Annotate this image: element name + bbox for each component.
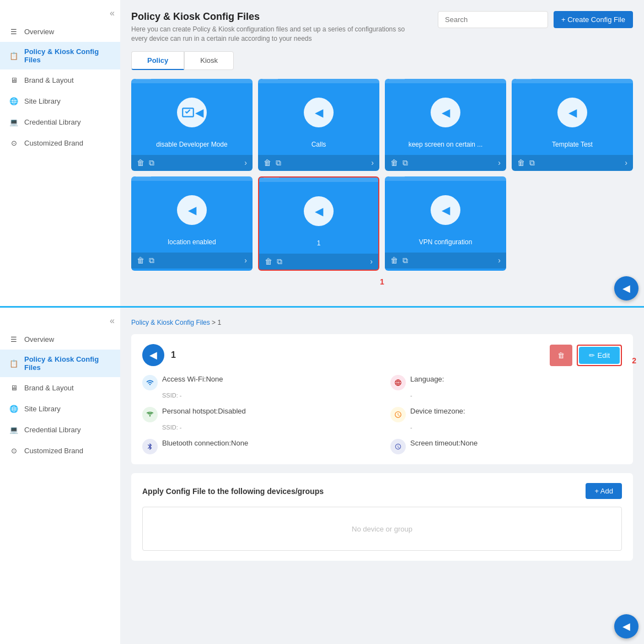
card-4-name: Template Test — [512, 138, 633, 155]
search-input[interactable] — [438, 11, 548, 28]
card-4-icon: ◀ — [557, 98, 587, 127]
card-1-icon: ◀ — [177, 98, 207, 127]
sidebar-item-credential-bottom[interactable]: 💻 Credential Library — [0, 419, 120, 440]
config-card-5[interactable]: ◀ location enabled 🗑 ⧉ › — [131, 176, 253, 271]
pagination: 1 — [131, 277, 633, 286]
sidebar-collapse-bottom[interactable]: « — [0, 313, 120, 329]
card-4-delete-icon[interactable]: 🗑 — [517, 158, 525, 167]
card-1-copy-icon[interactable]: ⧉ — [149, 158, 154, 168]
card-5-chevron-icon[interactable]: › — [244, 256, 247, 265]
sidebar-item-policy-bottom[interactable]: 📋 Policy & Kiosk Config Files — [0, 350, 120, 377]
sidebar-item-site-bottom[interactable]: 🌐 Site Library — [0, 398, 120, 419]
card-2-copy-icon[interactable]: ⧉ — [276, 158, 281, 168]
overview-icon: ☰ — [9, 26, 19, 36]
screen-text: Screen timeout:None — [410, 439, 477, 447]
detail-grid: Access Wi-Fi:None SSID: - Personal — [142, 375, 622, 454]
sidebar-item-overview-bottom[interactable]: ☰ Overview — [0, 329, 120, 350]
sidebar-item-overview-top[interactable]: ☰ Overview — [0, 21, 120, 42]
config-card-4[interactable]: ◀ Template Test 🗑 ⧉ › — [512, 79, 633, 171]
tab-kiosk[interactable]: Kiosk — [184, 51, 234, 70]
card-2-delete-icon[interactable]: 🗑 — [264, 158, 271, 167]
card-7-chevron-icon[interactable]: › — [498, 256, 501, 265]
tab-policy[interactable]: Policy — [131, 51, 184, 70]
detail-item-hotspot: Personal hotspot:Disabled SSID: - — [142, 407, 374, 431]
card-5-name: location enabled — [131, 236, 253, 253]
card-1-bottom: 🗑 ⧉ › — [131, 155, 253, 171]
wifi-sub: SSID: - — [162, 392, 374, 399]
card-4-copy-icon[interactable]: ⧉ — [529, 158, 535, 168]
sidebar-label-credential-top: Credential Library — [24, 118, 81, 126]
card-7-delete-icon[interactable]: 🗑 — [390, 256, 398, 265]
breadcrumb-parent[interactable]: Policy & Kiosk Config Files — [131, 319, 210, 326]
card-7-copy-icon[interactable]: ⧉ — [402, 256, 408, 265]
detail-col-right: Language: - Device timezone: — [390, 375, 622, 454]
card-6-delete-icon[interactable]: 🗑 — [265, 257, 272, 266]
card-5-copy-icon[interactable]: ⧉ — [149, 256, 154, 265]
customized-icon-bottom: ⊙ — [9, 446, 19, 455]
bottom-sidebar: « ☰ Overview 📋 Policy & Kiosk Config Fil… — [0, 308, 120, 644]
customized-icon-top: ⊙ — [9, 138, 19, 148]
config-card-6[interactable]: ◀ 1 🗑 ⧉ › — [258, 176, 379, 271]
fab-icon-top: ◀ — [622, 282, 630, 294]
card-2-chevron-icon[interactable]: › — [371, 158, 374, 167]
top-main-content: Policy & Kiosk Config Files Here you can… — [120, 0, 644, 306]
detail-item-wifi: Access Wi-Fi:None SSID: - — [142, 375, 374, 399]
brand-icon-bottom: 🖥 — [9, 383, 19, 393]
card-4-chevron-icon[interactable]: › — [625, 158, 627, 167]
sidebar-item-customized-top[interactable]: ⊙ Customized Brand — [0, 132, 120, 153]
detail-item-bluetooth-row: Bluetooth connection:None — [142, 439, 374, 454]
card-3-bottom: 🗑 ⧉ › — [385, 155, 506, 171]
bottom-main-content: Policy & Kiosk Config Files > 1 ◀ 1 🗑 ✏ — [120, 308, 644, 644]
policy-icon-top: 📋 — [9, 51, 19, 61]
sidebar-item-credential-top[interactable]: 💻 Credential Library — [0, 111, 120, 132]
card-6-chevron-icon[interactable]: › — [370, 257, 373, 266]
sidebar-item-customized-bottom[interactable]: ⊙ Customized Brand — [0, 440, 120, 461]
add-devices-button[interactable]: + Add — [586, 483, 622, 499]
sidebar-label-site-top: Site Library — [24, 97, 61, 105]
credential-icon-top: 💻 — [9, 117, 19, 127]
card-1-delete-icon[interactable]: 🗑 — [137, 158, 144, 167]
detail-item-wifi-row: Access Wi-Fi:None — [142, 375, 374, 390]
language-icon — [390, 375, 406, 390]
card-3-copy-icon[interactable]: ⧉ — [402, 158, 408, 168]
no-device-text: No device or group — [352, 525, 412, 533]
fab-button-top[interactable]: ◀ — [614, 276, 638, 300]
card-3-delete-icon[interactable]: 🗑 — [390, 158, 398, 167]
site-icon-top: 🌐 — [9, 96, 19, 106]
sidebar-item-policy-top[interactable]: 📋 Policy & Kiosk Config Files — [0, 42, 120, 69]
card-3-chevron-icon[interactable]: › — [498, 158, 501, 167]
sidebar-collapse-top[interactable]: « — [0, 6, 120, 21]
card-2-bottom: 🗑 ⧉ › — [258, 155, 379, 171]
sidebar-label-customized-top: Customized Brand — [24, 139, 83, 147]
card-7-icon: ◀ — [431, 195, 460, 225]
edit-button-highlight: ✏ Edit — [577, 345, 622, 366]
card-1-chevron-icon[interactable]: › — [244, 158, 247, 167]
sidebar-item-brand-bottom[interactable]: 🖥 Brand & Layout — [0, 377, 120, 398]
sidebar-item-site-top[interactable]: 🌐 Site Library — [0, 90, 120, 111]
detail-delete-button[interactable]: 🗑 — [550, 345, 572, 366]
apply-content-area: No device or group — [142, 507, 622, 551]
config-card-2[interactable]: ◀ Calls 🗑 ⧉ › — [258, 79, 379, 171]
card-1-name: disable Developer Mode — [131, 138, 253, 155]
sidebar-item-brand-top[interactable]: 🖥 Brand & Layout — [0, 69, 120, 90]
detail-item-screen-row: Screen timeout:None — [390, 439, 622, 454]
fab-button-bottom[interactable]: ◀ — [614, 614, 638, 638]
card-2-top: ◀ — [258, 83, 379, 138]
card-6-copy-icon[interactable]: ⧉ — [277, 257, 282, 266]
step2-label: 2 — [632, 356, 636, 365]
card-5-delete-icon[interactable]: 🗑 — [137, 256, 144, 265]
config-card-7[interactable]: ◀ VPN configuration 🗑 ⧉ › — [385, 176, 506, 271]
card-2-name: Calls — [258, 138, 379, 155]
page-header: Policy & Kiosk Config Files Here you can… — [131, 11, 633, 44]
screen-icon — [390, 439, 406, 454]
sidebar-label-overview-bottom: Overview — [24, 335, 54, 344]
detail-edit-button[interactable]: ✏ Edit — [579, 347, 620, 364]
language-text: Language: — [410, 375, 444, 383]
create-config-button[interactable]: + Create Config File — [554, 11, 633, 28]
card-3-top: ◀ — [385, 83, 506, 138]
config-card-1[interactable]: ◀ disable Developer Mode 🗑 ⧉ › — [131, 79, 253, 171]
config-card-3[interactable]: ◀ keep screen on certain ... 🗑 ⧉ › — [385, 79, 506, 171]
page-number[interactable]: 1 — [380, 277, 384, 286]
edit-pencil-icon: ✏ — [589, 351, 595, 359]
card-4-bottom: 🗑 ⧉ › — [512, 155, 633, 171]
